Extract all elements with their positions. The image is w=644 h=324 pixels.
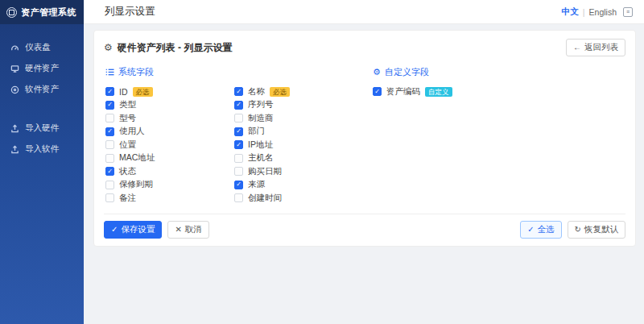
field-label: MAC地址 bbox=[119, 152, 155, 164]
list-icon bbox=[105, 68, 114, 77]
field-label: 名称 bbox=[248, 86, 265, 98]
field-label: 创建时间 bbox=[248, 193, 282, 204]
sidebar-item-3[interactable]: 软件资产 bbox=[0, 79, 84, 100]
main-area: 列显示设置 中文 | English ≡ ⚙ 硬件资产列表 - 列显示设置 ← … bbox=[84, 0, 644, 324]
sidebar-item-label: 导入硬件 bbox=[25, 123, 59, 134]
field-checkbox[interactable] bbox=[234, 101, 243, 110]
save-settings-button[interactable]: ✓ 保存设置 bbox=[104, 221, 162, 239]
field-checkbox[interactable] bbox=[105, 127, 114, 136]
field-label: ID bbox=[119, 87, 128, 97]
language-icon[interactable]: ≡ bbox=[623, 7, 633, 17]
field-label: 购买日期 bbox=[248, 166, 282, 177]
field-checkbox[interactable] bbox=[105, 181, 114, 189]
dashboard-icon bbox=[10, 43, 19, 52]
restore-default-button[interactable]: ↻ 恢复默认 bbox=[568, 221, 625, 239]
page-title: 列显示设置 bbox=[105, 5, 155, 19]
field-label: 保修到期 bbox=[119, 179, 153, 190]
card-title: 硬件资产列表 - 列显示设置 bbox=[118, 41, 233, 55]
field-label: 型号 bbox=[119, 113, 136, 124]
field-row[interactable]: 部门 bbox=[234, 126, 363, 139]
field-checkbox[interactable] bbox=[105, 114, 114, 123]
required-badge: 必选 bbox=[270, 87, 290, 97]
field-label: 来源 bbox=[248, 179, 265, 190]
field-row[interactable]: 主机名 bbox=[234, 152, 363, 165]
field-checkbox[interactable] bbox=[234, 140, 243, 149]
lang-en-link[interactable]: English bbox=[589, 7, 617, 17]
arrow-left-icon: ← bbox=[573, 44, 581, 52]
field-checkbox[interactable] bbox=[105, 101, 114, 110]
system-fields-column-2: 名称必选序列号制造商部门IP地址主机名购买日期来源创建时间 bbox=[234, 85, 363, 206]
field-label: 资产编码 bbox=[386, 86, 420, 98]
lang-separator: | bbox=[583, 7, 585, 17]
field-checkbox[interactable] bbox=[373, 87, 382, 96]
field-checkbox[interactable] bbox=[234, 167, 243, 176]
field-checkbox[interactable] bbox=[234, 193, 243, 202]
sidebar-item-1[interactable]: 仪表盘 bbox=[0, 37, 84, 58]
field-row[interactable]: 使用人 bbox=[105, 126, 234, 139]
field-checkbox[interactable] bbox=[105, 154, 114, 163]
field-checkbox[interactable] bbox=[234, 87, 243, 96]
field-row[interactable]: IP地址 bbox=[234, 139, 363, 152]
refresh-icon: ↻ bbox=[575, 226, 581, 234]
gear-icon: ⚙ bbox=[104, 43, 113, 52]
select-all-button[interactable]: ✓ 全选 bbox=[520, 221, 561, 239]
field-checkbox[interactable] bbox=[234, 181, 243, 189]
field-row[interactable]: ID必选 bbox=[105, 85, 234, 98]
import-hardware-icon bbox=[10, 123, 19, 133]
custom-fields-title: 自定义字段 bbox=[385, 66, 429, 78]
sidebar-item-label: 软件资产 bbox=[25, 84, 59, 95]
sidebar-item-label: 硬件资产 bbox=[25, 63, 59, 74]
topbar: 列显示设置 中文 | English ≡ bbox=[84, 0, 644, 24]
back-to-list-button[interactable]: ← 返回列表 bbox=[566, 39, 625, 56]
field-label: 备注 bbox=[119, 193, 136, 204]
field-row[interactable]: 名称必选 bbox=[234, 85, 363, 98]
field-row[interactable]: 状态 bbox=[105, 165, 234, 178]
content-area: ⚙ 硬件资产列表 - 列显示设置 ← 返回列表 系统字 bbox=[84, 24, 644, 324]
field-checkbox[interactable] bbox=[105, 193, 114, 202]
cancel-button[interactable]: ✕ 取消 bbox=[167, 221, 208, 239]
field-checkbox[interactable] bbox=[105, 140, 114, 149]
field-label: 部门 bbox=[248, 126, 265, 137]
field-label: IP地址 bbox=[248, 139, 273, 151]
field-label: 使用人 bbox=[119, 126, 145, 137]
custom-badge: 自定义 bbox=[425, 87, 452, 97]
sidebar-item-4[interactable]: 导入硬件 bbox=[0, 118, 84, 139]
sidebar-item-5[interactable]: 导入软件 bbox=[0, 139, 84, 160]
field-row[interactable]: 来源 bbox=[234, 179, 363, 192]
field-row[interactable]: 制造商 bbox=[234, 112, 363, 125]
settings-card: ⚙ 硬件资产列表 - 列显示设置 ← 返回列表 系统字 bbox=[93, 30, 636, 247]
field-row[interactable]: 类型 bbox=[105, 99, 234, 112]
field-checkbox[interactable] bbox=[234, 127, 243, 136]
card-header: ⚙ 硬件资产列表 - 列显示设置 ← 返回列表 bbox=[104, 37, 625, 64]
sidebar-item-label: 导入软件 bbox=[25, 143, 59, 155]
field-checkbox[interactable] bbox=[105, 87, 114, 96]
system-fields-column-1: ID必选类型型号使用人位置MAC地址状态保修到期备注 bbox=[105, 85, 234, 206]
field-label: 制造商 bbox=[248, 113, 274, 124]
field-label: 类型 bbox=[119, 99, 136, 110]
sidebar: 资产管理系统 仪表盘硬件资产软件资产导入硬件导入软件 bbox=[0, 0, 84, 324]
asset-logo-icon bbox=[6, 7, 17, 18]
system-fields-header: 系统字段 bbox=[105, 66, 373, 78]
field-row[interactable]: 序列号 bbox=[234, 99, 363, 112]
field-row[interactable]: 备注 bbox=[105, 192, 234, 205]
field-row[interactable]: 购买日期 bbox=[234, 165, 363, 178]
lang-zh-link[interactable]: 中文 bbox=[562, 6, 579, 18]
field-row[interactable]: 型号 bbox=[105, 112, 234, 125]
gear-icon: ⚙ bbox=[373, 68, 381, 77]
field-row[interactable]: 保修到期 bbox=[105, 179, 234, 192]
field-row[interactable]: 资产编码自定义 bbox=[373, 85, 502, 98]
field-row[interactable]: 创建时间 bbox=[234, 192, 363, 205]
app-logo: 资产管理系统 bbox=[0, 0, 84, 24]
field-row[interactable]: 位置 bbox=[105, 139, 234, 152]
sidebar-item-2[interactable]: 硬件资产 bbox=[0, 58, 84, 79]
required-badge: 必选 bbox=[133, 87, 153, 97]
field-checkbox[interactable] bbox=[234, 114, 243, 123]
field-row[interactable]: MAC地址 bbox=[105, 152, 234, 165]
check-icon: ✓ bbox=[527, 226, 534, 234]
field-checkbox[interactable] bbox=[234, 154, 243, 163]
fields-section: 系统字段 ID必选类型型号使用人位置MAC地址状态保修到期备注 名称必选序列号制… bbox=[104, 64, 625, 214]
field-checkbox[interactable] bbox=[105, 167, 114, 176]
system-fields-group: 系统字段 ID必选类型型号使用人位置MAC地址状态保修到期备注 名称必选序列号制… bbox=[105, 66, 373, 206]
custom-fields-group: ⚙ 自定义字段 资产编码自定义 bbox=[373, 66, 624, 206]
language-switcher: 中文 | English ≡ bbox=[562, 6, 633, 18]
